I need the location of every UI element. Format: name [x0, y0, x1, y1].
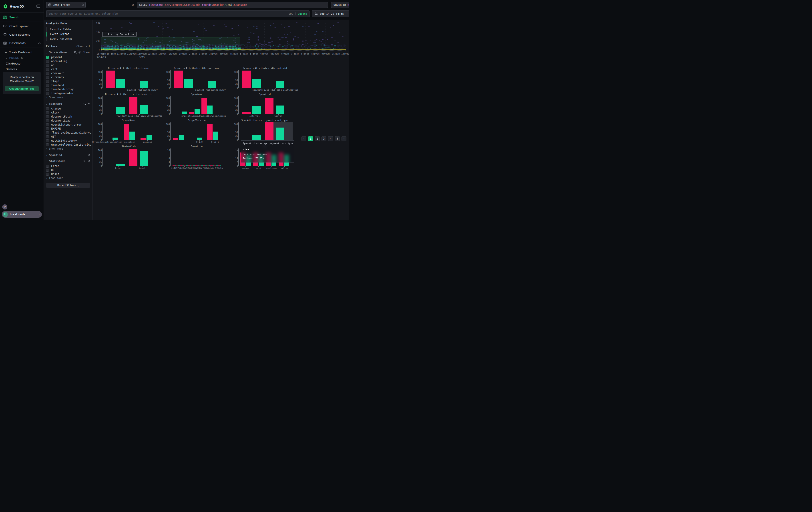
- filter-item-load-generator[interactable]: load-generator: [46, 91, 90, 95]
- search-icon[interactable]: [74, 51, 77, 54]
- pin-icon[interactable]: [78, 51, 81, 54]
- chart-bar-inliers[interactable]: [116, 107, 125, 114]
- filter-checkbox[interactable]: [46, 165, 49, 168]
- filter-checkbox[interactable]: [46, 88, 49, 91]
- filter-checkbox[interactable]: [46, 139, 49, 142]
- filter-item-documentfetch[interactable]: documentFetch: [46, 115, 90, 119]
- chart-plot-area[interactable]: [102, 97, 155, 114]
- filter-group-header-statuscode[interactable]: ⌄StatusCode: [46, 160, 90, 163]
- filter-checkbox[interactable]: [46, 56, 49, 59]
- filter-item-currency[interactable]: currency: [46, 75, 90, 79]
- filter-item-grpc-oteldemo-cartservic-[interactable]: grpc.oteldemo.CartServic…: [46, 143, 90, 147]
- chart-bar-inliers[interactable]: [207, 106, 212, 114]
- sql-select-editor[interactable]: SELECT Timestamp, ServiceName, StatusCod…: [137, 2, 328, 8]
- chart-plot-area[interactable]: [170, 70, 223, 88]
- filter-item-ok[interactable]: Ok: [46, 168, 90, 172]
- filter-group-header-servicename[interactable]: ⌄ServiceNameClear: [46, 51, 90, 54]
- filter-item-expire[interactable]: EXPIRE: [46, 127, 90, 131]
- lang-lucene-button[interactable]: Lucene: [298, 12, 307, 16]
- events-heatmap[interactable]: [101, 22, 346, 50]
- filter-checkbox[interactable]: [46, 111, 49, 114]
- filter-checkbox[interactable]: [46, 72, 49, 75]
- chart-bar-inliers[interactable]: [182, 111, 187, 114]
- filter-item-payment[interactable]: payment: [46, 55, 90, 59]
- chart-bar-inliers[interactable]: [116, 164, 125, 166]
- filter-item-error[interactable]: Error: [46, 164, 90, 168]
- chart-bar-inliers[interactable]: [195, 109, 200, 114]
- pin-icon[interactable]: [88, 154, 90, 157]
- filter-checkbox[interactable]: [46, 173, 49, 176]
- chart-bar-outliers[interactable]: [242, 71, 251, 88]
- pin-icon[interactable]: [88, 102, 90, 105]
- filter-checkbox[interactable]: [46, 68, 49, 71]
- chart-bar-inliers[interactable]: [276, 128, 284, 140]
- filter-checkbox[interactable]: [46, 127, 49, 130]
- filter-checkbox[interactable]: [46, 115, 49, 118]
- chart-bar-outliers[interactable]: [207, 124, 212, 140]
- chart-plot-area[interactable]: [102, 70, 155, 88]
- chart-bar-inliers[interactable]: [140, 105, 148, 114]
- pagination-page-1[interactable]: 1: [308, 136, 313, 141]
- search-icon[interactable]: [83, 160, 86, 162]
- chart-plot-area[interactable]: [238, 70, 291, 88]
- gear-icon[interactable]: ⚙: [131, 3, 135, 7]
- local-mode-button[interactable]: U Local mode ›: [2, 211, 42, 218]
- sidebar-item-search[interactable]: Search: [0, 13, 44, 22]
- filter-checkbox[interactable]: [46, 119, 49, 122]
- filter-checkbox[interactable]: [46, 84, 49, 87]
- analysis-mode-option-event-patterns[interactable]: Event Patterns: [47, 36, 90, 41]
- chart-plot-area[interactable]: [170, 149, 223, 166]
- pin-icon[interactable]: [88, 160, 90, 162]
- chart-bar-inliers[interactable]: [116, 79, 125, 88]
- analysis-mode-option-results-table[interactable]: Results Table: [47, 27, 90, 32]
- get-started-button[interactable]: Get Started for Free: [5, 86, 39, 91]
- chart-bar-inliers[interactable]: [129, 132, 135, 140]
- pagination-page-2[interactable]: 2: [315, 136, 320, 141]
- filter-by-selection-button[interactable]: Filter by Selection: [102, 32, 137, 37]
- chart-bar-outliers[interactable]: [189, 112, 194, 114]
- filter-item-flagd[interactable]: flagd: [46, 79, 90, 83]
- chart-bar-inliers[interactable]: [197, 138, 202, 140]
- filter-load-more-button[interactable]: ›Load more: [46, 176, 90, 180]
- filter-item-checkout[interactable]: checkout: [46, 71, 90, 75]
- chart-plot-area[interactable]: [102, 123, 155, 140]
- clear-all-button[interactable]: Clear all: [77, 45, 90, 48]
- filter-checkbox[interactable]: [46, 135, 49, 138]
- create-dashboard-button[interactable]: + Create Dashboard: [0, 49, 44, 55]
- chart-bar-inliers[interactable]: [276, 106, 284, 114]
- chart-bar-inliers[interactable]: [252, 106, 261, 114]
- sidebar-collapse-icon[interactable]: [36, 4, 40, 8]
- chart-plot-area[interactable]: [238, 123, 291, 140]
- filter-item-eventlistener-error[interactable]: eventListener.error: [46, 123, 90, 127]
- filter-checkbox[interactable]: [46, 107, 49, 110]
- chart-bar-inliers[interactable]: [140, 81, 148, 88]
- sidebar-item-client-sessions[interactable]: Client Sessions: [0, 30, 44, 39]
- filter-item-getadsbycategory[interactable]: getAdsByCategory: [46, 139, 90, 143]
- heatmap-selection-region[interactable]: [101, 37, 240, 45]
- filter-item-documentload[interactable]: documentLoad: [46, 119, 90, 123]
- search-input[interactable]: [49, 12, 289, 16]
- order-by-editor[interactable]: ORDER BY Timestamp DESC: [331, 2, 349, 8]
- filter-show-more-button[interactable]: ›Show more: [46, 147, 90, 151]
- pagination-page-5[interactable]: 5: [335, 136, 340, 141]
- chart-bar-inliers[interactable]: [252, 135, 261, 140]
- filter-item-get[interactable]: GET: [46, 135, 90, 139]
- chart-bar-outliers[interactable]: [129, 149, 137, 166]
- pagination-page-4[interactable]: 4: [328, 136, 333, 141]
- filter-checkbox[interactable]: [46, 60, 49, 63]
- filter-item-frontend-proxy[interactable]: frontend-proxy: [46, 87, 90, 91]
- chart-plot-area[interactable]: [238, 97, 291, 114]
- filter-group-clear-button[interactable]: Clear: [83, 51, 90, 54]
- chart-bar-inliers[interactable]: [140, 151, 148, 166]
- chart-bar-inliers[interactable]: [208, 81, 216, 88]
- chart-bar-inliers[interactable]: [184, 79, 193, 88]
- presets-toggle[interactable]: ⌄ PRESETS: [0, 55, 44, 61]
- filter-checkbox[interactable]: [46, 76, 49, 79]
- filter-checkbox[interactable]: [46, 143, 49, 146]
- more-filters-button[interactable]: More filters ⌄: [46, 183, 90, 188]
- chart-bar-inliers[interactable]: [147, 135, 152, 140]
- chart-bar-outliers[interactable]: [141, 138, 146, 140]
- chart-bar-outliers[interactable]: [265, 122, 273, 140]
- filter-checkbox[interactable]: [46, 92, 49, 95]
- pagination-next-button[interactable]: ›: [342, 136, 346, 141]
